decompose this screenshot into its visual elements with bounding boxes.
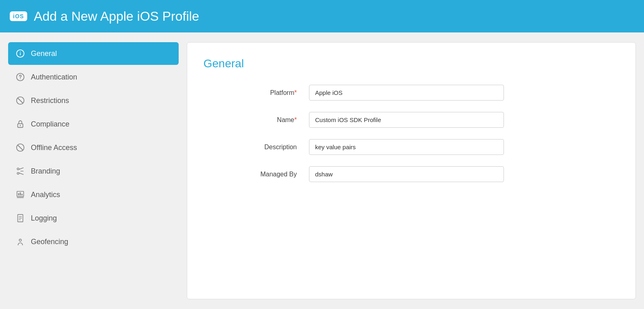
managed-by-row: Managed By: [203, 166, 619, 182]
ios-badge: iOS: [10, 11, 27, 21]
svg-point-25: [19, 239, 22, 242]
svg-rect-2: [20, 53, 21, 56]
sidebar-item-compliance-label: Compliance: [31, 120, 69, 129]
sidebar-item-authentication-label: Authentication: [31, 73, 77, 82]
sidebar-item-geofencing[interactable]: Geofencing: [8, 230, 179, 253]
sidebar-item-offline-access[interactable]: Offline Access: [8, 136, 179, 159]
platform-label: Platform*: [203, 89, 309, 97]
svg-line-14: [19, 173, 23, 174]
lock-icon: [15, 118, 26, 130]
name-row: Name*: [203, 112, 619, 128]
sidebar-item-logging-label: Logging: [31, 214, 57, 223]
help-circle-icon: [15, 71, 26, 83]
svg-rect-20: [22, 194, 23, 195]
scissors-icon: [15, 165, 26, 177]
svg-point-8: [20, 125, 21, 126]
description-row: Description: [203, 139, 619, 155]
sidebar-item-restrictions-label: Restrictions: [31, 97, 69, 105]
page-header: iOS Add a New Apple iOS Profile: [0, 0, 644, 32]
svg-point-1: [20, 52, 21, 52]
description-input[interactable]: [309, 139, 504, 155]
svg-rect-18: [18, 193, 19, 195]
content-panel: General Platform* Name* Description Man: [187, 42, 636, 299]
svg-line-6: [17, 98, 23, 103]
name-label: Name*: [203, 116, 309, 124]
sidebar-item-compliance[interactable]: Compliance: [8, 113, 179, 135]
platform-input[interactable]: [309, 85, 504, 101]
main-layout: General Authentication Restrictions: [0, 32, 644, 309]
svg-rect-19: [20, 193, 21, 195]
platform-row: Platform*: [203, 85, 619, 101]
ban-icon: [15, 95, 26, 106]
name-input[interactable]: [309, 112, 504, 128]
managed-by-label: Managed By: [203, 171, 309, 178]
sidebar-item-analytics-label: Analytics: [31, 191, 60, 199]
description-label: Description: [203, 144, 309, 151]
name-required-star: *: [294, 116, 297, 123]
svg-point-4: [20, 78, 21, 79]
sidebar-item-geofencing-label: Geofencing: [31, 238, 68, 246]
info-circle-icon: [15, 48, 26, 59]
sidebar-item-general-label: General: [31, 49, 57, 58]
offline-icon: [15, 142, 26, 153]
svg-line-10: [17, 145, 23, 150]
sidebar-item-branding-label: Branding: [31, 167, 60, 176]
geofencing-icon: [15, 236, 26, 247]
analytics-icon: [15, 189, 26, 200]
sidebar-item-branding[interactable]: Branding: [8, 160, 179, 182]
sidebar-item-authentication[interactable]: Authentication: [8, 66, 179, 88]
sidebar: General Authentication Restrictions: [8, 42, 179, 299]
sidebar-item-analytics[interactable]: Analytics: [8, 183, 179, 206]
managed-by-input[interactable]: [309, 166, 504, 182]
sidebar-item-logging[interactable]: Logging: [8, 207, 179, 230]
sidebar-item-general[interactable]: General: [8, 42, 179, 65]
sidebar-item-offline-access-label: Offline Access: [31, 144, 77, 152]
svg-line-13: [19, 168, 23, 170]
sidebar-item-restrictions[interactable]: Restrictions: [8, 89, 179, 112]
platform-required-star: *: [294, 89, 297, 96]
page-title: Add a New Apple iOS Profile: [34, 9, 199, 24]
panel-title: General: [203, 57, 619, 70]
document-icon: [15, 212, 26, 224]
